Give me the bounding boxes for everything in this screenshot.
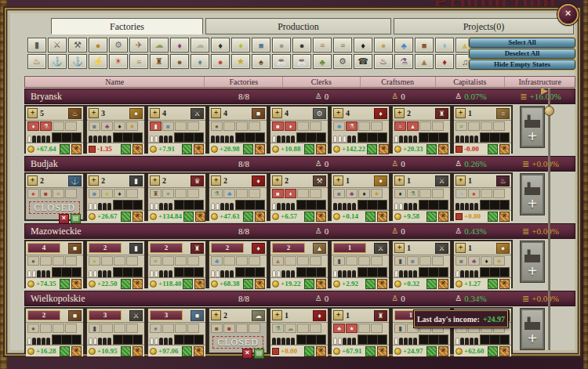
filter-coal-icon[interactable]: ♦ [211,38,230,52]
subsidize-button[interactable] [60,144,70,154]
subsidize-button[interactable] [365,279,376,289]
close-factory-button[interactable]: × [316,346,326,356]
expand-factory-button[interactable]: + [333,310,343,320]
subsidize-button[interactable] [488,346,498,356]
subsidize-button[interactable] [367,144,377,154]
filter-furniture-icon[interactable]: ♜ [150,54,169,69]
subsidize-button[interactable] [426,279,437,289]
close-factory-button[interactable]: × [132,346,143,356]
scrollbar-track[interactable] [548,89,550,350]
expand-factory-button[interactable]: + [333,108,343,118]
subsidize-button[interactable] [304,279,314,289]
filter-wine-icon[interactable]: ♨ [374,54,393,69]
expand-factory-button[interactable]: + [394,175,405,186]
expand-factory-button[interactable]: + [89,175,99,186]
filter-cattle-icon[interactable]: ● [170,54,189,69]
deselect-all-button[interactable]: Deselect All [469,49,575,59]
tab-production[interactable]: Production [205,18,391,34]
filter-glass-icon[interactable]: ♦ [435,38,454,52]
filter-regular-clothes-icon[interactable]: ▲ [415,54,434,69]
subsidize-button[interactable] [243,212,253,222]
tab-factories[interactable]: Factories [51,18,203,34]
subsidize-button[interactable] [426,346,437,356]
filter-grain-icon[interactable]: ★ [231,54,250,69]
close-icon[interactable]: × [557,4,579,25]
subsidize-button[interactable] [426,144,437,154]
filter-canned-food-icon[interactable]: ● [89,38,107,52]
close-factory-button[interactable]: × [499,346,510,356]
subsidize-button[interactable] [183,212,194,222]
close-factory-button[interactable]: × [499,279,510,289]
filter-cotton-icon[interactable]: ☁ [150,38,169,52]
subsidize-button[interactable] [182,346,192,356]
filter-rubber-icon[interactable]: ● [292,38,311,52]
scrollbar-knob[interactable] [544,106,554,116]
filter-silk-icon[interactable]: ♣ [394,38,413,52]
expand-factory-button[interactable]: + [394,108,405,118]
close-factory-button[interactable]: × [438,212,448,222]
filter-telephone-icon[interactable]: ☎ [354,54,372,69]
close-factory-button[interactable]: × [499,144,510,154]
expand-factory-button[interactable]: + [272,175,282,186]
filter-steamer-icon[interactable]: ⚓ [68,54,87,69]
expand-factory-button[interactable]: + [456,243,466,253]
close-factory-button[interactable]: × [377,212,387,222]
filter-automobile-icon[interactable]: ⚙ [333,54,352,69]
close-factory-button[interactable]: × [377,279,387,289]
filter-leather-icon[interactable]: ■ [415,38,434,52]
filter-liquor-icon[interactable]: ♨ [27,54,46,69]
filter-lumber-icon[interactable]: ≡ [129,54,148,69]
subsidize-button[interactable] [121,279,131,289]
filter-machine-parts-icon[interactable]: ⚙ [109,38,128,52]
filter-coffee-icon[interactable]: ☕ [292,54,311,69]
filter-small-arms-icon[interactable]: ⚔ [48,38,67,52]
filter-fruit-icon[interactable]: ● [211,54,230,69]
filter-cement-icon[interactable]: ● [272,38,291,52]
close-factory-button[interactable]: × [195,212,205,222]
reopen-factory-button[interactable]: ▤ [254,349,264,359]
filter-oil-icon[interactable]: ♦ [354,38,372,52]
tab-projects-0-[interactable]: Projects(0) [394,18,574,34]
close-factory-button[interactable]: × [379,144,389,154]
close-factory-button[interactable]: × [71,279,82,289]
subsidize-button[interactable] [121,144,131,154]
subsidize-button[interactable] [121,346,131,356]
close-factory-button[interactable]: × [316,144,326,154]
subsidize-button[interactable] [488,212,498,222]
filter-aeroplane-icon[interactable]: ✈ [129,38,148,52]
filter-explosives-icon[interactable]: ☀ [109,54,128,69]
subsidize-button[interactable] [365,212,376,222]
subsidize-button[interactable] [60,279,70,289]
expand-factory-button[interactable]: + [211,310,221,320]
select-all-button[interactable]: Select All [469,38,575,48]
close-factory-button[interactable]: × [255,212,265,222]
filter-tobacco-icon[interactable]: ♠ [252,54,270,69]
expand-factory-button[interactable]: + [456,108,466,118]
close-factory-button[interactable]: × [132,144,143,154]
close-factory-button[interactable]: × [438,144,448,154]
filter-artillery-icon[interactable]: ⚒ [68,38,87,52]
filter-bread-icon[interactable]: ● [374,38,393,52]
subsidize-button[interactable] [182,144,192,154]
build-factory-button[interactable]: + [521,241,544,282]
close-factory-button[interactable]: × [71,346,82,356]
subsidize-button[interactable] [304,144,314,154]
expand-factory-button[interactable]: + [272,108,282,118]
close-factory-button[interactable]: × [132,279,143,289]
expand-factory-button[interactable]: + [27,108,38,118]
filter-tea-icon[interactable]: ☕ [272,54,291,69]
expand-factory-button[interactable]: + [333,175,343,186]
build-factory-button[interactable]: + [521,107,544,147]
expand-factory-button[interactable]: + [89,108,99,118]
delete-factory-button[interactable]: × [242,349,252,359]
filter-luxury-clothes-icon[interactable]: ♦ [435,54,454,69]
subsidize-button[interactable] [304,346,314,356]
hide-empty-states-button[interactable]: Hide Empty States [469,60,575,70]
close-factory-button[interactable]: × [71,144,82,154]
close-factory-button[interactable]: × [255,144,265,154]
build-factory-button[interactable]: + [521,174,544,215]
filter-electric-gear-icon[interactable]: ⚡ [89,54,107,69]
subsidize-button[interactable] [488,144,498,154]
filter-sulphur-icon[interactable]: ♦ [231,38,250,52]
subsidize-button[interactable] [304,212,314,222]
